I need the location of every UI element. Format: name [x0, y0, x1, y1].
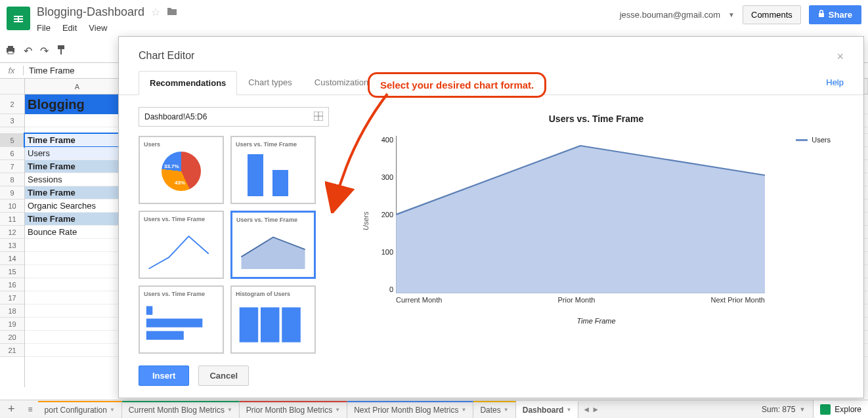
svg-rect-4 [18, 16, 19, 22]
cell[interactable] [25, 291, 130, 304]
sheets-logo[interactable] [7, 7, 30, 30]
select-range-icon[interactable] [314, 112, 323, 123]
row-header[interactable]: 20 [0, 331, 24, 344]
chart-thumb-histogram[interactable]: Histogram of Users [230, 285, 316, 354]
folder-icon[interactable] [167, 7, 177, 18]
row-header[interactable]: 13 [0, 239, 24, 252]
sheet-tab[interactable]: port Configuration▼ [38, 401, 122, 418]
svg-rect-9 [60, 49, 62, 54]
user-email[interactable]: jesse.bouman@gmail.com [620, 10, 720, 20]
row-header[interactable]: 19 [0, 318, 24, 331]
chart-thumb-column[interactable]: Users vs. Time Frame [230, 136, 316, 204]
x-tick: Next Prior Month [710, 296, 765, 304]
row-header[interactable]: 16 [0, 278, 24, 291]
chart-legend: Users [796, 136, 831, 144]
sheet-tab[interactable]: Dates▼ [473, 401, 515, 418]
cell[interactable] [25, 344, 130, 356]
menu-edit[interactable]: Edit [62, 23, 77, 33]
data-range-input[interactable]: Dashboard!A5:D6 [139, 107, 329, 127]
cell[interactable] [25, 265, 130, 278]
dropdown-icon[interactable]: ▼ [728, 11, 735, 18]
col-header-a[interactable]: A [25, 79, 130, 94]
insert-button[interactable]: Insert [139, 366, 189, 386]
explore-button[interactable]: Explore [813, 400, 868, 418]
sheet-tab-active[interactable]: Dashboard▼ [516, 401, 579, 418]
scroll-left-icon[interactable]: ◄ [582, 405, 590, 414]
row-header[interactable]: 3 [0, 114, 24, 127]
tab-chart-types[interactable]: Chart types [237, 70, 303, 94]
menu-view[interactable]: View [89, 23, 107, 33]
cell[interactable] [25, 114, 130, 127]
row-header[interactable] [0, 127, 24, 134]
sheet-tab[interactable]: Current Month Blog Metrics▼ [122, 401, 240, 418]
tab-recommendations[interactable]: Recommendations [139, 71, 237, 95]
cell[interactable]: Bounce Rate [25, 226, 130, 238]
x-tick: Prior Month [557, 296, 595, 304]
cell[interactable]: Time Frame [25, 160, 130, 173]
share-label: Share [829, 10, 852, 20]
row-header[interactable]: 18 [0, 304, 24, 318]
paint-format-icon[interactable] [56, 45, 66, 58]
row-header[interactable]: 9 [0, 186, 24, 199]
cell[interactable]: Sessions [25, 173, 130, 186]
cell[interactable] [25, 304, 130, 317]
row-header[interactable]: 5 [0, 134, 24, 147]
cell[interactable]: Users [25, 147, 130, 159]
undo-icon[interactable]: ↶ [24, 45, 32, 57]
y-tick: 200 [370, 211, 393, 219]
status-sum[interactable]: Sum: 875 [762, 405, 795, 414]
row-header[interactable]: 12 [0, 226, 24, 239]
comments-button[interactable]: Comments [743, 5, 801, 24]
help-link[interactable]: Help [826, 77, 844, 87]
chart-thumb-pie[interactable]: Users 43% 33.7% [139, 136, 224, 204]
all-sheets-icon[interactable]: ≡ [23, 405, 38, 414]
cell[interactable]: Time Frame [25, 186, 130, 199]
svg-rect-17 [240, 307, 259, 342]
row-header[interactable]: 10 [0, 199, 24, 213]
cell[interactable] [25, 127, 130, 133]
row-header[interactable]: 14 [0, 252, 24, 265]
menu-file[interactable]: File [37, 23, 51, 33]
add-sheet-button[interactable]: + [0, 402, 23, 416]
corner-cell[interactable] [0, 79, 24, 94]
chart-thumb-bar[interactable]: Users vs. Time Frame [139, 285, 224, 354]
cell[interactable] [25, 278, 130, 291]
row-header[interactable]: 8 [0, 173, 24, 186]
cell[interactable]: Blogging [25, 94, 130, 114]
cell[interactable]: Time Frame [25, 213, 130, 225]
row-header[interactable]: 21 [0, 344, 24, 357]
row-header[interactable]: 2 [0, 94, 24, 114]
cell[interactable] [25, 318, 130, 330]
share-button[interactable]: Share [809, 5, 861, 24]
scroll-right-icon[interactable]: ► [592, 405, 599, 414]
row-header[interactable]: 6 [0, 147, 24, 160]
print-icon[interactable] [5, 45, 16, 57]
chart-thumb-area[interactable]: Users vs. Time Frame [230, 211, 316, 279]
svg-rect-15 [146, 319, 202, 327]
cell[interactable]: Organic Searches [25, 199, 130, 212]
chart-thumb-line[interactable]: Users vs. Time Frame [139, 211, 224, 279]
sheet-tab[interactable]: Prior Month Blog Metrics▼ [240, 401, 347, 418]
sheet-tab[interactable]: Next Prior Month Blog Metrics▼ [347, 401, 473, 418]
y-tick: 300 [370, 173, 393, 181]
cancel-button[interactable]: Cancel [198, 366, 249, 386]
cell-selected[interactable]: Time Frame [25, 134, 130, 146]
close-icon[interactable]: × [836, 50, 844, 64]
svg-rect-6 [8, 46, 13, 48]
svg-marker-13 [241, 237, 305, 269]
row-header[interactable]: 17 [0, 291, 24, 304]
fx-label: fx [0, 66, 24, 75]
svg-rect-16 [146, 331, 184, 340]
explore-icon [820, 404, 831, 415]
cell[interactable] [25, 331, 130, 343]
row-header[interactable]: 7 [0, 160, 24, 173]
row-header[interactable]: 11 [0, 213, 24, 226]
cell[interactable] [25, 239, 130, 251]
star-icon[interactable]: ☆ [151, 6, 160, 18]
doc-title[interactable]: Blogging-Dashboard [37, 5, 144, 19]
cell[interactable] [25, 252, 130, 264]
y-axis-label: Users [362, 129, 370, 313]
row-header[interactable]: 15 [0, 265, 24, 278]
redo-icon[interactable]: ↷ [40, 45, 49, 57]
svg-rect-19 [282, 307, 301, 342]
